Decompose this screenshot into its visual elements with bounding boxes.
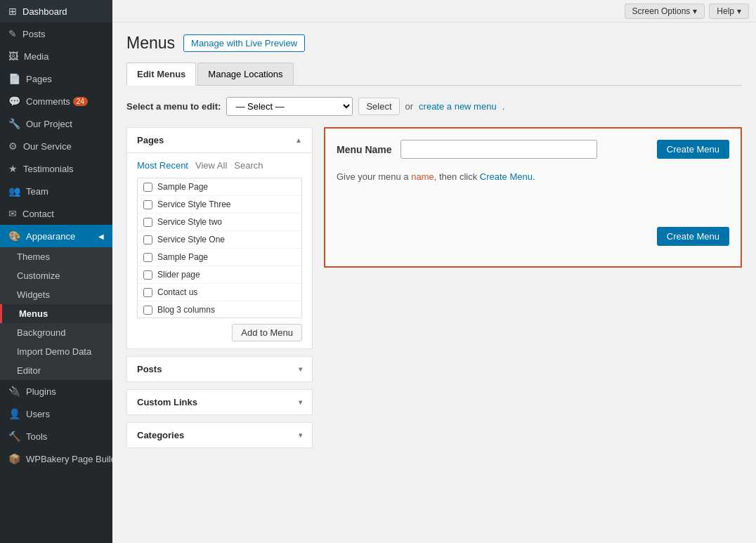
- categories-accordion-title: Categories: [137, 430, 184, 440]
- sidebar-sub-widgets[interactable]: Widgets: [0, 285, 112, 304]
- sidebar-item-wpbakery[interactable]: 📦 WPBakery Page Builder: [0, 447, 112, 470]
- topbar: Screen Options ▾ Help ▾: [112, 0, 756, 22]
- sidebar-sub-import-demo[interactable]: Import Demo Data: [0, 342, 112, 361]
- add-to-menu-row: Add to Menu: [137, 324, 302, 341]
- sidebar-sub-customize[interactable]: Customize: [0, 266, 112, 285]
- pages-tab-search[interactable]: Search: [234, 160, 263, 171]
- pages-accordion: Pages ▲ Most Recent View All Search S: [126, 127, 313, 349]
- sidebar-item-pages[interactable]: 📄 Pages: [0, 67, 112, 90]
- page-checkbox-service-style-two[interactable]: [143, 218, 152, 227]
- page-label: Service Style two: [157, 217, 222, 227]
- tools-icon: 🔨: [8, 431, 20, 442]
- select-menu-label: Select a menu to edit:: [126, 101, 221, 112]
- screen-options-chevron-icon: ▾: [693, 6, 697, 16]
- categories-accordion-header[interactable]: Categories ▾: [127, 423, 312, 447]
- help-label: Help: [717, 6, 734, 16]
- sidebar-item-our-project[interactable]: 🔧 Our Project: [0, 112, 112, 135]
- custom-links-accordion-header[interactable]: Custom Links ▾: [127, 390, 312, 414]
- list-item: Slider page: [138, 266, 301, 284]
- create-menu-button-top[interactable]: Create Menu: [657, 140, 729, 159]
- main-columns: Pages ▲ Most Recent View All Search S: [126, 127, 742, 455]
- create-menu-button-bottom[interactable]: Create Menu: [657, 227, 729, 246]
- page-checkbox-sample-page-2[interactable]: [143, 253, 152, 262]
- add-to-menu-button[interactable]: Add to Menu: [232, 324, 302, 341]
- page-checkbox-blog-3-columns[interactable]: [143, 306, 152, 315]
- custom-links-accordion: Custom Links ▾: [126, 389, 313, 415]
- pages-accordion-header[interactable]: Pages ▲: [127, 128, 312, 152]
- page-checkbox-sample-page[interactable]: [143, 183, 152, 192]
- custom-links-accordion-title: Custom Links: [137, 397, 197, 407]
- hint-create: Create Menu: [480, 171, 533, 182]
- dashboard-icon: ⊞: [8, 6, 17, 17]
- sidebar-sub-menus[interactable]: Menus: [0, 304, 112, 323]
- appearance-icon: 🎨: [8, 230, 20, 242]
- page-checkbox-service-style-one[interactable]: [143, 235, 152, 244]
- sidebar-item-team[interactable]: 👥 Team: [0, 180, 112, 202]
- plugins-icon: 🔌: [8, 386, 20, 397]
- comments-badge: 24: [73, 97, 88, 106]
- list-item: Blog 3 columns: [138, 301, 301, 318]
- sidebar-item-label: Appearance: [26, 231, 75, 242]
- pages-tab-most-recent[interactable]: Most Recent: [137, 160, 188, 171]
- hint-text-1: Give your menu a: [337, 171, 411, 182]
- live-preview-button[interactable]: Manage with Live Preview: [183, 34, 305, 52]
- list-item: Sample Page: [138, 249, 301, 266]
- team-icon: 👥: [8, 185, 20, 197]
- sidebar-item-label: Posts: [22, 29, 46, 39]
- posts-icon: ✎: [8, 28, 17, 39]
- posts-accordion: Posts ▾: [126, 356, 313, 382]
- posts-accordion-arrow-icon: ▾: [299, 365, 302, 373]
- sidebar-sub-themes[interactable]: Themes: [0, 247, 112, 266]
- appearance-expand-icon: ◀: [98, 233, 104, 240]
- page-header: Menus Manage with Live Preview: [126, 34, 742, 53]
- help-button[interactable]: Help ▾: [709, 4, 749, 19]
- sidebar-sub-editor[interactable]: Editor: [0, 361, 112, 380]
- sidebar-item-label: Team: [26, 186, 48, 197]
- page-checkbox-slider-page[interactable]: [143, 270, 152, 280]
- menu-select-dropdown[interactable]: — Select —: [226, 97, 353, 116]
- posts-accordion-header[interactable]: Posts ▾: [127, 357, 312, 381]
- sidebar-item-users[interactable]: 👤 Users: [0, 403, 112, 425]
- list-item: Service Style One: [138, 231, 301, 249]
- list-item: Contact us: [138, 284, 301, 301]
- sidebar-item-label: Contact: [22, 209, 54, 219]
- sidebar-item-label: Users: [26, 409, 50, 419]
- screen-options-label: Screen Options: [632, 6, 691, 16]
- select-button[interactable]: Select: [358, 98, 399, 115]
- sidebar-item-appearance[interactable]: 🎨 Appearance ◀: [0, 225, 112, 247]
- sidebar-item-contact[interactable]: ✉ Contact: [0, 202, 112, 225]
- create-new-menu-link[interactable]: create a new menu: [419, 101, 497, 112]
- pages-accordion-arrow-icon: ▲: [295, 136, 302, 144]
- tab-edit-menus[interactable]: Edit Menus: [126, 63, 196, 86]
- sidebar: ⊞ Dashboard ✎ Posts 🖼 Media 📄 Pages 💬 Co…: [0, 0, 112, 543]
- page-label: Sample Page: [157, 252, 208, 262]
- pages-icon: 📄: [8, 73, 20, 84]
- appearance-submenu: Themes Customize Widgets Menus Backgroun…: [0, 247, 112, 380]
- page-label: Blog 3 columns: [157, 305, 215, 315]
- custom-links-accordion-arrow-icon: ▾: [299, 398, 302, 406]
- page-checkbox-contact-us[interactable]: [143, 288, 152, 297]
- tab-bar: Edit Menus Manage Locations: [126, 63, 742, 86]
- screen-options-button[interactable]: Screen Options ▾: [625, 4, 705, 19]
- categories-accordion-arrow-icon: ▾: [299, 431, 302, 439]
- sidebar-item-testimonials[interactable]: ★ Testimonials: [0, 157, 112, 180]
- page-checkbox-service-style-three[interactable]: [143, 200, 152, 209]
- sidebar-item-posts[interactable]: ✎ Posts: [0, 22, 112, 45]
- categories-accordion: Categories ▾: [126, 422, 313, 448]
- pages-tab-view-all[interactable]: View All: [195, 160, 227, 171]
- select-menu-row: Select a menu to edit: — Select — Select…: [126, 97, 742, 116]
- sidebar-item-label: Tools: [26, 431, 47, 442]
- menu-name-input[interactable]: [400, 140, 597, 159]
- sidebar-item-tools[interactable]: 🔨 Tools: [0, 425, 112, 447]
- sidebar-item-label: Our Service: [23, 141, 72, 152]
- sidebar-item-plugins[interactable]: 🔌 Plugins: [0, 380, 112, 403]
- sidebar-item-comments[interactable]: 💬 Comments 24: [0, 90, 112, 112]
- sidebar-item-label: Comments: [26, 96, 70, 107]
- tab-manage-locations[interactable]: Manage Locations: [197, 63, 293, 85]
- menu-name-label: Menu Name: [337, 144, 392, 155]
- sidebar-item-media[interactable]: 🖼 Media: [0, 45, 112, 67]
- sidebar-sub-background[interactable]: Background: [0, 323, 112, 342]
- sidebar-item-dashboard[interactable]: ⊞ Dashboard: [0, 0, 112, 22]
- sidebar-item-our-service[interactable]: ⚙ Our Service: [0, 135, 112, 157]
- sidebar-item-label: WPBakery Page Builder: [26, 454, 112, 464]
